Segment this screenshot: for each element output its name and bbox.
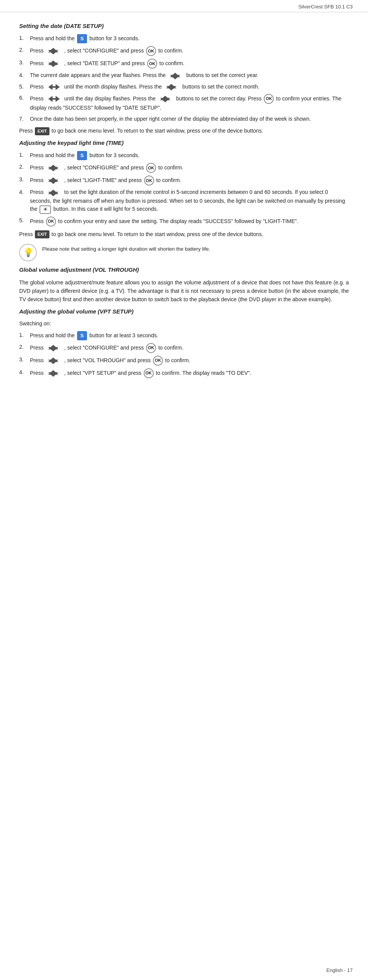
btn-ok[interactable]: OK bbox=[147, 59, 157, 69]
text: to confirm. bbox=[158, 48, 183, 54]
date-step-7: 7. Once the date has been set properly, … bbox=[19, 115, 349, 123]
text: to confirm your entry and save the setti… bbox=[58, 218, 299, 224]
page-footer: English - 17 bbox=[326, 967, 353, 973]
keypad-step-1: 1. Press and hold the S button for 3 sec… bbox=[19, 151, 349, 160]
btn-nav-updown[interactable] bbox=[46, 164, 62, 172]
date-steps-list: 1. Press and hold the S button for 3 sec… bbox=[19, 34, 349, 123]
text-after: button for 3 seconds. bbox=[89, 35, 140, 41]
text: button. In this case it will light for 5… bbox=[53, 206, 158, 212]
text: buttons to set the correct year. bbox=[186, 72, 258, 78]
svg-marker-7 bbox=[56, 84, 60, 90]
btn-ok[interactable]: OK bbox=[146, 343, 156, 353]
text: The current date appears and the year fl… bbox=[30, 72, 167, 78]
vpt-step-1: 1. Press and hold the S button for at le… bbox=[19, 331, 349, 340]
text: Press and hold the bbox=[30, 332, 76, 338]
text: to go back one menu level. To return to … bbox=[51, 127, 263, 135]
btn-nav-updown[interactable] bbox=[46, 176, 62, 185]
btn-nav-updown[interactable] bbox=[46, 356, 62, 365]
btn-ok[interactable]: OK bbox=[146, 46, 156, 56]
text: until the month display flashes. Press t… bbox=[64, 84, 163, 90]
info-box-light: 💡 Please note that setting a longer ligh… bbox=[19, 244, 349, 261]
section-vol-through: Global volume adjustment (VOL THROUGH) T… bbox=[19, 265, 349, 304]
text-press-hold: Press and hold the bbox=[30, 35, 76, 41]
step-num: 5. bbox=[19, 217, 30, 225]
text: to confirm. bbox=[159, 60, 184, 66]
keypad-steps-list: 1. Press and hold the S button for 3 sec… bbox=[19, 151, 349, 226]
btn-s[interactable]: S bbox=[77, 331, 87, 340]
text: Press bbox=[30, 357, 45, 363]
step-num: 3. bbox=[19, 176, 30, 184]
step-num: 4. bbox=[19, 188, 30, 197]
btn-nav-updown[interactable] bbox=[158, 95, 174, 103]
text: Press bbox=[19, 127, 33, 135]
step-num: 6. bbox=[19, 94, 30, 102]
keypad-step-2: 2. Press , select "CONFIGURE" and press … bbox=[19, 163, 349, 173]
text: Once the date has been set properly, in … bbox=[30, 116, 311, 122]
date-step-2: 2. Press , select "CONFIGURE" and press … bbox=[19, 46, 349, 56]
btn-s[interactable]: S bbox=[77, 34, 87, 43]
btn-ok[interactable]: OK bbox=[144, 368, 154, 378]
text: Press bbox=[30, 189, 45, 195]
btn-nav-updown[interactable] bbox=[46, 344, 62, 352]
svg-rect-8 bbox=[53, 86, 56, 88]
text: buttons to set the correct month. bbox=[182, 84, 260, 90]
text: , select "LIGHT-TIME" and press bbox=[64, 177, 143, 183]
text: , select "CONFIGURE" and press bbox=[64, 164, 145, 171]
text: Press bbox=[30, 164, 45, 171]
btn-nav-updown[interactable] bbox=[164, 83, 180, 91]
section-date-setup: Setting the date (DATE SETUP) 1. Press a… bbox=[19, 21, 349, 135]
date-step-3: 3. Press , select "DATE SETUP" and press… bbox=[19, 59, 349, 69]
keypad-step-5: 5. Press OK to confirm your entry and sa… bbox=[19, 217, 349, 227]
text: , select "CONFIGURE" and press bbox=[64, 48, 145, 54]
date-step-1: 1. Press and hold the S button for 3 sec… bbox=[19, 34, 349, 43]
text: Press bbox=[30, 345, 45, 351]
text: Press bbox=[30, 60, 45, 66]
btn-nav-lr[interactable] bbox=[46, 95, 62, 103]
btn-ok[interactable]: OK bbox=[144, 176, 154, 185]
btn-exit[interactable]: EXIT bbox=[35, 230, 49, 238]
text: to confirm. bbox=[158, 345, 183, 351]
text: Press bbox=[30, 84, 45, 90]
svg-marker-6 bbox=[48, 84, 53, 90]
btn-nav-updown[interactable] bbox=[46, 369, 62, 378]
svg-marker-12 bbox=[56, 96, 60, 102]
text: Press bbox=[19, 230, 33, 239]
section-title-date: Setting the date (DATE SETUP) bbox=[19, 21, 349, 30]
section-vpt-setup: Adjusting the global volume (VPT SETUP) … bbox=[19, 307, 349, 378]
btn-nav-updown[interactable] bbox=[46, 59, 62, 68]
date-exit-note: Press EXIT to go back one menu level. To… bbox=[19, 127, 349, 135]
step-num: 3. bbox=[19, 356, 30, 364]
svg-rect-13 bbox=[53, 98, 56, 100]
btn-ok[interactable]: OK bbox=[146, 163, 156, 173]
switching-on-label: Switching on: bbox=[19, 320, 349, 328]
text: Press bbox=[30, 370, 45, 376]
btn-ok[interactable]: OK bbox=[46, 217, 56, 227]
keypad-step-3: 3. Press , select "LIGHT-TIME" and press… bbox=[19, 176, 349, 185]
btn-ok[interactable]: OK bbox=[153, 356, 163, 366]
date-step-4: 4. The current date appears and the year… bbox=[19, 71, 349, 80]
keypad-exit-note: Press EXIT to go back one menu level. To… bbox=[19, 230, 349, 239]
btn-nav-updown[interactable] bbox=[46, 47, 62, 55]
text: until the day display flashes. Press the bbox=[64, 95, 157, 102]
vpt-step-2: 2. Press , select "CONFIGURE" and press … bbox=[19, 343, 349, 353]
text: Press bbox=[30, 218, 45, 224]
btn-s[interactable]: S bbox=[77, 151, 87, 160]
info-bulb-icon: 💡 bbox=[19, 244, 37, 261]
btn-nav-updown[interactable] bbox=[46, 189, 62, 197]
btn-light[interactable]: ☀ bbox=[39, 205, 51, 214]
btn-ok[interactable]: OK bbox=[264, 94, 274, 104]
text: buttons to set the correct day. Press bbox=[176, 95, 263, 102]
text: , select "CONFIGURE" and press bbox=[64, 345, 145, 351]
btn-nav-lr[interactable] bbox=[46, 83, 62, 91]
text: Press bbox=[30, 177, 45, 183]
step-num: 5. bbox=[19, 83, 30, 91]
text: Press and hold the bbox=[30, 152, 76, 158]
section-title-keypad: Adjusting the keypad light time (TIME) bbox=[19, 138, 349, 147]
vpt-step-4: 4. Press , select "VPT SETUP" and press … bbox=[19, 368, 349, 378]
text: , select "VOL THROUGH" and press bbox=[64, 357, 152, 363]
step-num: 2. bbox=[19, 46, 30, 54]
btn-exit[interactable]: EXIT bbox=[35, 127, 49, 135]
text: to confirm. bbox=[165, 357, 190, 363]
step-num: 3. bbox=[19, 59, 30, 67]
btn-nav-updown[interactable] bbox=[168, 72, 184, 80]
